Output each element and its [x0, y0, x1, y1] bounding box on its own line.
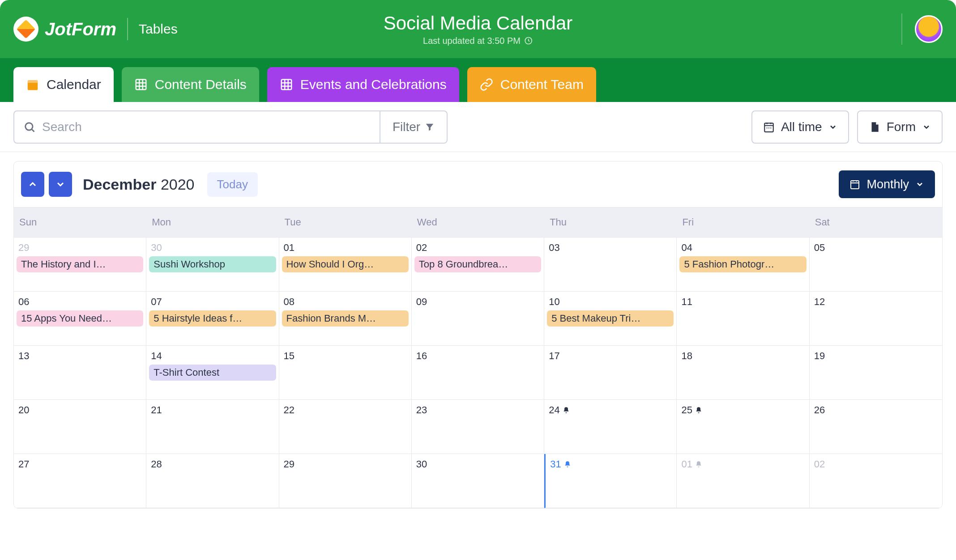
document-icon [869, 121, 880, 133]
calendar-grid: 29The History and I…30Sushi Workshop01Ho… [14, 238, 942, 508]
calendar-cell[interactable]: 105 Best Makeup Tri… [544, 292, 677, 346]
next-month-button[interactable] [49, 172, 72, 197]
tab-events-label: Events and Celebrations [300, 77, 447, 92]
calendar-cell[interactable]: 05 [810, 238, 942, 292]
all-time-label: All time [781, 120, 822, 134]
day-number: 04 [679, 240, 806, 256]
logo-icon [13, 17, 38, 42]
day-number: 16 [414, 348, 541, 365]
search-input[interactable] [42, 120, 371, 134]
calendar-cell[interactable]: 30 [412, 454, 544, 508]
event-pill[interactable]: 5 Hairstyle Ideas f… [149, 310, 276, 327]
calendar-cell[interactable]: 01How Should I Org… [279, 238, 412, 292]
day-number: 29 [17, 240, 143, 256]
avatar-block [901, 13, 943, 45]
calendar-cell[interactable]: 26 [810, 400, 942, 454]
event-pill[interactable]: Top 8 Groundbrea… [414, 256, 541, 272]
calendar-cell[interactable]: 14T-Shirt Contest [146, 346, 279, 400]
view-toggle[interactable]: Monthly [839, 170, 935, 198]
calendar-cell[interactable]: 02 [810, 454, 942, 508]
calendar-cell[interactable]: 19 [810, 346, 942, 400]
page-title-block: Social Media Calendar Last updated at 3:… [384, 13, 573, 46]
calendar-cell[interactable]: 31 [544, 454, 677, 508]
link-icon [480, 78, 493, 91]
day-number: 09 [414, 294, 541, 310]
calendar-cell[interactable]: 30Sushi Workshop [146, 238, 279, 292]
calendar-cell[interactable]: 13 [14, 346, 146, 400]
day-header: Wed [412, 208, 544, 237]
chevron-down-icon [55, 179, 66, 190]
calendar-cell[interactable]: 045 Fashion Photogr… [677, 238, 809, 292]
all-time-button[interactable]: All time [751, 110, 849, 144]
calendar-cell[interactable]: 28 [146, 454, 279, 508]
day-number: 11 [679, 294, 806, 310]
breadcrumb-tables[interactable]: Tables [139, 21, 178, 37]
event-pill[interactable]: 5 Best Makeup Tri… [547, 310, 674, 327]
app-header: JotForm Tables Social Media Calendar Las… [0, 0, 956, 58]
day-number: 27 [17, 457, 143, 473]
day-number: 02 [812, 457, 939, 473]
toolbar: Filter All time Form [0, 102, 956, 152]
day-number: 02 [414, 240, 541, 256]
day-number: 29 [282, 457, 409, 473]
filter-button[interactable]: Filter [380, 110, 448, 144]
event-pill[interactable]: 15 Apps You Need… [17, 310, 143, 327]
calendar-cell[interactable]: 29 [279, 454, 412, 508]
calendar-cell[interactable]: 24 [544, 400, 677, 454]
calendar-cell[interactable]: 09 [412, 292, 544, 346]
tab-content-team-label: Content Team [500, 77, 584, 92]
prev-month-button[interactable] [21, 172, 44, 197]
calendar-cell[interactable]: 08Fashion Brands M… [279, 292, 412, 346]
day-number: 26 [812, 403, 939, 419]
month-label: December 2020 [83, 176, 195, 193]
calendar-cell[interactable]: 17 [544, 346, 677, 400]
tab-content-details[interactable]: Content Details [122, 67, 259, 102]
event-pill[interactable]: Sushi Workshop [149, 256, 276, 272]
day-number: 08 [282, 294, 409, 310]
event-pill[interactable]: How Should I Org… [282, 256, 409, 272]
calendar-cell[interactable]: 21 [146, 400, 279, 454]
calendar-cell[interactable]: 27 [14, 454, 146, 508]
calendar-cell[interactable]: 01 [677, 454, 809, 508]
calendar-cell[interactable]: 22 [279, 400, 412, 454]
event-pill[interactable]: The History and I… [17, 256, 143, 272]
day-number: 31 [548, 457, 674, 473]
tab-calendar[interactable]: Calendar [13, 67, 114, 102]
day-number: 13 [17, 348, 143, 365]
svg-rect-2 [28, 80, 38, 83]
day-header: Fri [677, 208, 809, 237]
svg-point-9 [770, 127, 771, 128]
divider [901, 13, 902, 45]
tab-content-team[interactable]: Content Team [467, 67, 596, 102]
day-number: 20 [17, 403, 143, 419]
event-pill[interactable]: 5 Fashion Photogr… [679, 256, 806, 272]
bell-icon [563, 407, 570, 414]
calendar-cell[interactable]: 02Top 8 Groundbrea… [412, 238, 544, 292]
day-number: 17 [547, 348, 674, 365]
svg-point-8 [768, 127, 769, 128]
today-button[interactable]: Today [207, 172, 258, 197]
calendar-cell[interactable]: 12 [810, 292, 942, 346]
calendar-cell[interactable]: 20 [14, 400, 146, 454]
calendar-cell[interactable]: 11 [677, 292, 809, 346]
form-button[interactable]: Form [857, 110, 943, 144]
search-box[interactable] [13, 110, 380, 144]
calendar-cell[interactable]: 075 Hairstyle Ideas f… [146, 292, 279, 346]
calendar-cell[interactable]: 03 [544, 238, 677, 292]
logo[interactable]: JotForm [13, 17, 116, 42]
calendar-cell[interactable]: 23 [412, 400, 544, 454]
calendar-cell[interactable]: 18 [677, 346, 809, 400]
calendar-cell[interactable]: 16 [412, 346, 544, 400]
calendar-cell[interactable]: 25 [677, 400, 809, 454]
logo-text: JotForm [45, 19, 116, 39]
filter-label: Filter [393, 120, 420, 134]
event-pill[interactable]: T-Shirt Contest [149, 365, 276, 381]
calendar-cell[interactable]: 15 [279, 346, 412, 400]
calendar-cell[interactable]: 0615 Apps You Need… [14, 292, 146, 346]
view-label: Monthly [866, 178, 909, 191]
calendar-cell[interactable]: 29The History and I… [14, 238, 146, 292]
avatar[interactable] [915, 15, 943, 43]
tab-events[interactable]: Events and Celebrations [267, 67, 459, 102]
day-number: 05 [812, 240, 939, 256]
event-pill[interactable]: Fashion Brands M… [282, 310, 409, 327]
